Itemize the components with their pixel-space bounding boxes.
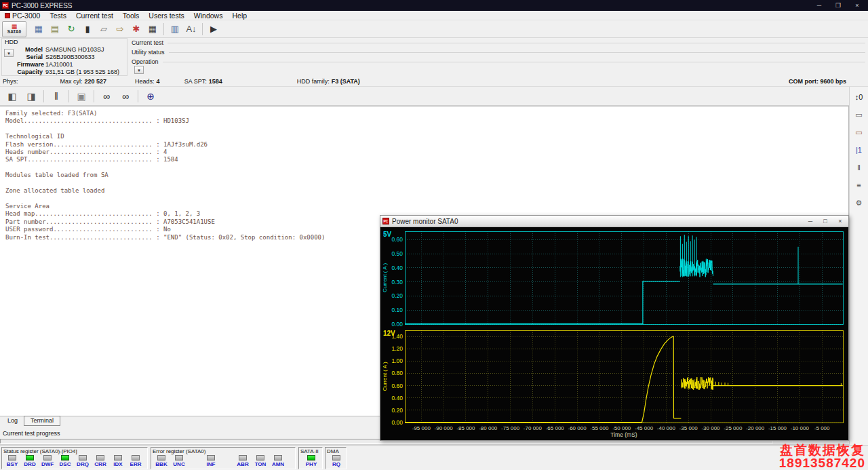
window-title: PC-3000 EXPRESS	[12, 2, 73, 9]
dma-title: DMA	[327, 448, 344, 454]
svg-text:0.00: 0.00	[391, 321, 403, 328]
status-register-title: Status register (SATA0)-[PIO4]	[3, 448, 146, 454]
hdd-serial-value: S26BJ90B300633	[45, 54, 127, 61]
minimize-button[interactable]: ─	[815, 2, 823, 9]
svg-text:-5 000: -5 000	[814, 425, 830, 431]
svg-text:-45 000: -45 000	[635, 425, 654, 431]
app-icon: PC	[2, 2, 9, 9]
power-sensor-icon[interactable]: ▭	[851, 107, 867, 122]
svg-text:0.60: 0.60	[391, 383, 403, 389]
menu-pc-3000[interactable]: PC-3000	[0, 12, 45, 20]
sata0-port-button[interactable]: ▦ SATA0	[2, 21, 26, 37]
power-on-icon[interactable]: ◧	[4, 88, 20, 104]
adapter-card-icon[interactable]: ▭	[851, 125, 867, 140]
navigator-icon[interactable]: ⊕	[142, 88, 159, 104]
sata2-leds: PHY	[299, 454, 322, 467]
svg-text:0.60: 0.60	[391, 236, 403, 243]
test-script-icon[interactable]: ▤	[47, 22, 62, 37]
pause-icon[interactable]: ‖	[48, 88, 64, 104]
export-icon[interactable]: ⇨	[113, 22, 127, 37]
sa-spt-item: SA SPT:1584	[184, 78, 222, 85]
pw-maximize-button[interactable]: □	[821, 218, 829, 224]
svg-text:-70 000: -70 000	[524, 425, 542, 431]
data-table-icon[interactable]: ▦	[145, 22, 160, 37]
close-button[interactable]: ×	[853, 2, 861, 9]
led-bsy: BSY	[3, 454, 21, 467]
svg-text:-75 000: -75 000	[501, 425, 520, 431]
svg-text:0.40: 0.40	[391, 265, 403, 271]
power-off-icon[interactable]: ◨	[23, 88, 39, 104]
restore-button[interactable]: ❐	[834, 2, 842, 9]
sata-port-icon: ▦	[12, 24, 18, 29]
led-crr: CRR	[92, 454, 109, 467]
led-dsc: DSC	[56, 454, 74, 467]
active-utility-icon[interactable]: ✱	[129, 22, 144, 37]
phys-info-bar: Phys: Max cyl:220 527 Heads:4 SA SPT:158…	[0, 77, 868, 87]
tab-log[interactable]: Log	[1, 416, 24, 425]
current-test-label: Current test	[132, 39, 163, 46]
pw-minimize-button[interactable]: ─	[806, 218, 814, 224]
hdd-select-dropdown[interactable]: ▾	[4, 49, 14, 57]
ata-channel-icon[interactable]: |1	[851, 142, 867, 157]
svg-text:0.10: 0.10	[391, 307, 403, 313]
settings-icon[interactable]: ⚙	[851, 195, 867, 210]
power-monitor-titlebar[interactable]: PC Power monitor SATA0 ─ □ ×	[380, 216, 848, 227]
report-icon[interactable]: ▥	[167, 22, 182, 37]
pw-close-button[interactable]: ×	[836, 218, 844, 224]
chip-icon[interactable]: ▮	[80, 22, 95, 37]
svg-text:-10 000: -10 000	[791, 425, 810, 431]
power-monitor-window: PC Power monitor SATA0 ─ □ × 0.000.100.2…	[380, 215, 849, 441]
pause-side-icon[interactable]: ‖	[851, 160, 867, 175]
svg-text:Current ( A ): Current ( A )	[382, 263, 388, 292]
log-list-icon[interactable]: ≡	[851, 178, 867, 193]
menu-current-test[interactable]: Current test	[71, 12, 118, 20]
operation-group: Operation	[132, 58, 865, 65]
menu-users-tests[interactable]: Users tests	[144, 12, 189, 20]
spindle-speed-icon[interactable]: ↕0	[851, 90, 867, 104]
hdd-capacity-row: Capacity 931,51 GB (1 953 525 168)	[17, 68, 127, 76]
led-unc: UNC	[170, 454, 188, 467]
power-chart-5v: 0.000.100.200.300.400.500.605VCurrent ( …	[382, 229, 847, 328]
menu-windows[interactable]: Windows	[189, 12, 228, 20]
led-err: ERR	[127, 454, 144, 467]
sata2-title: SATA-II	[300, 448, 321, 454]
more-tools-arrow[interactable]: ▶	[206, 22, 221, 37]
status-register-leds: BSYDRDDWFDSCDRQCRRIDXERR	[2, 454, 147, 467]
hdd-capacity-label: Capacity	[17, 68, 45, 76]
copy-icon[interactable]: ▣	[73, 88, 90, 104]
secondary-toolbar: ◧◨‖▣∞∞⊕	[0, 87, 849, 106]
svg-text:-90 000: -90 000	[435, 425, 454, 431]
error-register-title: Error register (SATA0)	[153, 448, 294, 454]
led-phy: PHY	[300, 454, 322, 467]
svg-text:5V: 5V	[383, 231, 392, 238]
current-test-group: Current test	[132, 39, 865, 46]
svg-text:0.80: 0.80	[391, 370, 403, 376]
search-icon[interactable]: ∞	[98, 88, 115, 104]
svg-text:-60 000: -60 000	[568, 425, 587, 431]
hdd-box-label: HDD	[5, 39, 18, 45]
toolbar-separator	[202, 23, 203, 35]
toolbar-separator	[94, 90, 94, 102]
hdd-model-label: Model	[17, 46, 45, 54]
svg-text:-15 000: -15 000	[768, 425, 787, 431]
status-register-panel: Status register (SATA0)-[PIO4] BSYDRDDWF…	[1, 447, 148, 469]
oscilloscope-icon[interactable]: ▱	[96, 22, 111, 37]
menu-tests[interactable]: Tests	[45, 12, 71, 20]
dma-panel: DMA RQ	[325, 447, 347, 469]
sata-port-label: SATA0	[7, 29, 21, 34]
operation-dropdown[interactable]: ▾	[134, 66, 144, 74]
sort-icon[interactable]: A↓	[184, 22, 199, 37]
pc3000-menu-icon	[5, 13, 10, 18]
menu-bar: PC-3000TestsCurrent testToolsUsers tests…	[0, 11, 868, 20]
led-idx: IDX	[109, 454, 127, 467]
led-bbk: BBK	[153, 454, 170, 467]
menu-help[interactable]: Help	[227, 12, 252, 20]
search-next-icon[interactable]: ∞	[117, 88, 134, 104]
svg-text:0.20: 0.20	[391, 292, 403, 299]
menu-tools[interactable]: Tools	[118, 12, 144, 20]
hdd-capacity-value: 931,51 GB (1 953 525 168)	[45, 68, 127, 76]
utility-select-icon[interactable]: ▦	[31, 22, 46, 37]
led-rq: RQ	[327, 454, 346, 467]
tab-terminal[interactable]: Terminal	[24, 416, 60, 426]
auto-mode-icon[interactable]: ↻	[64, 22, 79, 37]
